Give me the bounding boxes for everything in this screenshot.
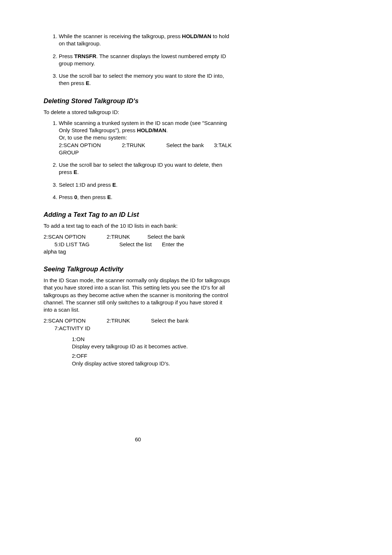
list-item: Press TRNSFR. The scanner displays the l… [59,53,232,68]
text: Select 1:ID and press [59,182,113,188]
key-label: HOLD/MAN [137,127,166,133]
text: . [77,169,79,175]
heading-deleting: Deleting Stored Talkgroup ID's [44,97,232,105]
option-off: 2:OFF Only display active stored talkgro… [44,352,232,367]
menu-token: Select the bank [147,234,185,240]
text: Press [59,194,74,200]
text: While the scanner is receiving the talkg… [59,33,182,39]
key-label: TRNSFR [74,53,97,59]
option-label: 2:OFF [72,353,87,359]
menu-token: Select the bank [166,142,204,148]
menu-path: 2:SCAN OPTION2:TRUNKSelect the bank 5:ID… [44,233,232,255]
text: . [111,194,112,200]
menu-token: 5:ID LIST TAG [54,241,90,247]
option-desc: Only display active stored talkgroup ID'… [72,360,170,366]
menu-token: Enter the [162,241,184,247]
menu-token: 2:SCAN OPTION [59,142,101,148]
heading-adding: Adding a Text Tag to an ID List [44,211,232,219]
menu-path: 2:SCAN OPTION2:TRUNKSelect the bank3:TAL… [59,142,232,155]
text: Or, to use the menu system: [59,134,127,141]
key-label: HOLD/MAN [182,33,211,39]
list-item: While the scanner is receiving the talkg… [59,33,232,48]
list-item: Select 1:ID and press E. [59,181,232,189]
menu-token: Select the list [119,241,152,247]
list-item: Use the scroll bar to select the memory … [59,72,232,87]
list-item: Press 0, then press E. [59,194,232,201]
text: Use the scroll bar to select the memory … [59,73,224,86]
list-item: While scanning a trunked system in the I… [59,119,232,156]
text: . [166,127,168,133]
deleting-steps: While scanning a trunked system in the I… [44,119,232,201]
menu-token: 2:TRUNK [122,142,145,148]
text: . [89,80,91,86]
option-desc: Display every talkgroup ID as it becomes… [72,343,188,349]
key-label: E [86,80,89,86]
option-label: 1:ON [72,336,85,342]
menu-token: Select the bank [151,317,188,324]
page-number-container: 60 [0,436,392,442]
page: While the scanner is receiving the talkg… [0,0,392,555]
key-label: E [113,182,116,188]
menu-token: 2:SCAN OPTION [44,317,86,324]
heading-seeing: Seeing Talkgroup Activity [44,266,232,273]
key-label: 0 [74,194,77,200]
top-numbered-list: While the scanner is receiving the talkg… [44,33,232,87]
text: Press [59,53,74,59]
list-item: Use the scroll bar to select the talkgro… [59,161,232,176]
menu-token: 2:SCAN OPTION [44,234,86,240]
menu-token: 2:TRUNK [107,317,130,324]
menu-token: alpha tag [44,248,66,255]
text: Use the scroll bar to select the talkgro… [59,162,222,175]
text: , then press [77,194,107,200]
menu-token: 7:ACTIVITY ID [54,325,90,331]
paragraph: In the ID Scan mode, the scanner normall… [44,277,232,313]
key-label: E [74,169,77,175]
lead-text: To add a text tag to each of the 10 ID l… [44,222,232,230]
lead-text: To delete a stored talkgroup ID: [44,109,232,116]
text: . [116,182,118,188]
page-number: 60 [44,436,232,442]
menu-path: 2:SCAN OPTION2:TRUNKSelect the bank 7:AC… [44,317,232,332]
content-column: While the scanner is receiving the talkg… [44,33,232,367]
option-on: 1:ON Display every talkgroup ID as it be… [44,336,232,351]
menu-token: 2:TRUNK [107,234,130,240]
key-label: E [107,194,111,200]
